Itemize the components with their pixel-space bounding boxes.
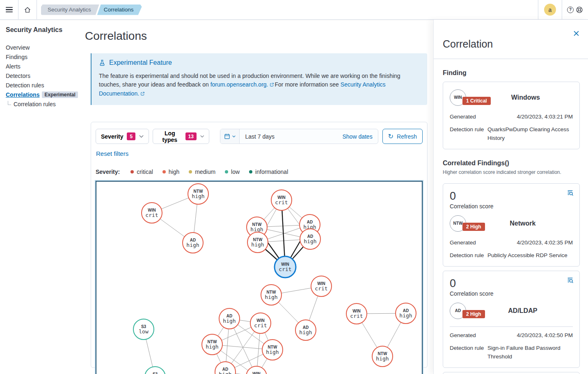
graph-node-ntw-high[interactable]: NTWhigh xyxy=(188,183,209,205)
node-type-label: NTW xyxy=(252,222,262,227)
sidebar-item-detection-rules[interactable]: Detection rules xyxy=(6,82,82,89)
sidebar-title: Security Analytics xyxy=(6,26,82,34)
generated-value: 4/20/2023, 4:02:50 PM xyxy=(484,331,573,340)
show-dates-link[interactable]: Show dates xyxy=(342,133,378,140)
home-button[interactable] xyxy=(18,0,37,19)
correlated-findings-heading: Correlated Findings() xyxy=(443,160,580,167)
graph-node-ntw-high[interactable]: NTWhigh xyxy=(372,346,393,367)
logtype-title: Windows xyxy=(491,94,573,101)
graph-node-ntw-high[interactable]: NTWhigh xyxy=(247,232,268,253)
sidebar-item-overview[interactable]: Overview xyxy=(6,44,82,51)
correlations-graph-canvas[interactable]: NTWhighWINcritADhighWINcritNTWhighNTWhig… xyxy=(96,181,423,374)
correlations-panel: Severity 5 Log types 13 xyxy=(91,122,428,368)
divider xyxy=(538,0,538,19)
date-range-picker: Last 7 days Show dates xyxy=(220,129,378,144)
home-icon xyxy=(24,6,31,14)
menu-button[interactable] xyxy=(0,0,18,19)
graph-node-win-crit[interactable]: WINcrit xyxy=(271,189,292,211)
generated-row: Generated4/20/2023, 4:02:35 PM xyxy=(450,238,573,247)
generated-label: Generated xyxy=(450,331,484,340)
node-type-label: AD xyxy=(222,367,228,372)
log-types-count-badge: 13 xyxy=(185,132,197,140)
graph-node-ad-high[interactable]: ADhigh xyxy=(300,228,321,250)
calendar-icon xyxy=(224,133,230,139)
correlated-findings-subtitle: Higher correlation score indicated stron… xyxy=(443,169,580,175)
graph-node-ad-high[interactable]: ADhigh xyxy=(295,319,316,341)
refresh-button[interactable]: ↻ Refresh xyxy=(382,129,423,144)
sidebar-item-detectors[interactable]: Detectors xyxy=(6,73,82,79)
chevron-down-icon xyxy=(139,135,144,138)
chevron-down-icon xyxy=(200,135,204,138)
legend-item-low: low xyxy=(225,169,240,175)
sidebar-item-alerts[interactable]: Alerts xyxy=(6,63,82,70)
page-title: Correlations xyxy=(85,30,433,43)
legend-item-label: medium xyxy=(195,169,215,175)
graph-node-win-crit[interactable]: WINcrit xyxy=(141,202,162,223)
sidebar-item-correlation-rules[interactable]: Correlation rules xyxy=(8,101,82,107)
log-types-filter-label: Log types xyxy=(158,130,181,143)
date-range-value[interactable]: Last 7 days xyxy=(240,133,342,140)
breadcrumb-security-analytics[interactable]: Security Analytics xyxy=(41,5,99,15)
graph-node-ntw-high[interactable]: NTWhigh xyxy=(201,334,223,355)
legend-item-high: high xyxy=(162,169,179,175)
close-button[interactable] xyxy=(574,30,579,38)
graph-node-ntw-high[interactable]: NTWhigh xyxy=(262,339,283,360)
node-type-label: NTW xyxy=(267,290,276,294)
node-severity-label: crit xyxy=(145,212,158,218)
node-severity-label: crit xyxy=(254,323,267,328)
generated-value: 4/20/2023, 4:03:21 PM xyxy=(484,112,573,121)
legend-item-label: informational xyxy=(255,169,288,175)
generated-value: 4/20/2023, 4:02:35 PM xyxy=(484,238,573,247)
avatar[interactable]: a xyxy=(544,4,556,16)
logtype-row: NTW2 HighNetwork xyxy=(450,215,573,232)
graph-node-win-crit[interactable]: WINcrit xyxy=(311,276,332,297)
graph-node-win-crit[interactable]: WINcrit xyxy=(274,256,297,278)
graph-node-ntw-high[interactable]: NTWhigh xyxy=(261,284,282,306)
node-severity-label: high xyxy=(192,194,204,199)
inspect-finding-button[interactable] xyxy=(567,189,574,198)
node-type-label: WIN xyxy=(317,281,325,286)
graph-node-ad-high[interactable]: ADhigh xyxy=(219,308,240,329)
legend-item-label: low xyxy=(231,169,240,175)
severity-filter-button[interactable]: Severity 5 xyxy=(96,129,149,144)
sidebar-item-correlations[interactable]: Correlations xyxy=(6,91,39,98)
detection-rule-label: Detection rule xyxy=(450,125,484,142)
graph-node-ad-high[interactable]: ADhigh xyxy=(182,232,204,253)
quick-select-button[interactable] xyxy=(220,129,240,144)
generated-label: Generated xyxy=(450,112,484,121)
node-type-label: WIN xyxy=(148,208,156,212)
graph-node-ad-high[interactable]: ADhigh xyxy=(395,303,416,324)
severity-count-badge: 5 xyxy=(127,132,135,140)
node-type-label: AD xyxy=(307,220,313,224)
graph-node-s3-low[interactable]: S3low xyxy=(133,319,154,340)
node-type-label: AD xyxy=(303,325,309,330)
detection-rule-value: Sign-in Failure Bad Password Threshold xyxy=(484,344,573,361)
severity-badge: 2 High xyxy=(462,223,485,231)
refresh-icon: ↻ xyxy=(388,133,394,140)
divider xyxy=(37,0,37,19)
graph-node-win-crit[interactable]: WINcrit xyxy=(250,312,271,334)
help-icon[interactable]: ? xyxy=(567,7,574,13)
log-types-filter-button[interactable]: Log types 13 xyxy=(153,129,209,144)
breadcrumb-correlations[interactable]: Correlations xyxy=(97,5,142,15)
legend-dot xyxy=(225,170,228,173)
graph-node-win-crit[interactable]: WINcrit xyxy=(346,303,367,324)
node-type-label: AD xyxy=(403,308,409,313)
legend-dot xyxy=(162,170,166,173)
external-link-icon xyxy=(140,91,145,96)
severity-legend: Severity: criticalhighmediumlowinformati… xyxy=(96,169,423,175)
logtype-row: AD2 HighAD/LDAP xyxy=(450,303,573,319)
correlation-score-value: 0 xyxy=(450,189,573,203)
node-severity-label: high xyxy=(265,294,277,300)
correlated-finding-card: 0Correlation scoreNTW2 HighNetworkGenera… xyxy=(443,183,580,267)
forum-link[interactable]: forum.opensearch.org. xyxy=(210,81,268,88)
reset-filters-link[interactable]: Reset filters xyxy=(96,150,128,157)
support-lifebuoy-icon[interactable] xyxy=(576,6,583,14)
node-type-label: AD xyxy=(190,238,196,242)
legend-label: Severity: xyxy=(96,169,120,175)
inspect-finding-button[interactable] xyxy=(567,277,574,285)
sidebar-item-findings[interactable]: Findings xyxy=(6,54,82,60)
node-severity-label: high xyxy=(304,239,316,244)
generated-row: Generated4/20/2023, 4:02:50 PM xyxy=(450,331,573,340)
severity-badge: 2 High xyxy=(462,310,485,318)
